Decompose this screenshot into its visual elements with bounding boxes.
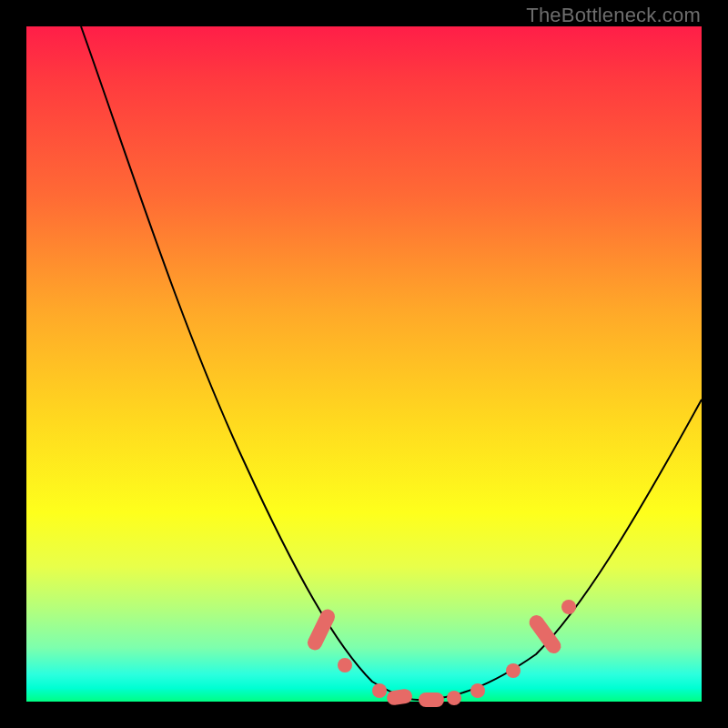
marker-left-lower bbox=[338, 658, 352, 672]
chart-frame: TheBottleneck.com bbox=[0, 0, 728, 728]
marker-bottom-3 bbox=[470, 683, 485, 698]
curve-left-branch bbox=[81, 26, 418, 700]
marker-right-cluster bbox=[526, 612, 563, 656]
marker-bottom-pill-2 bbox=[419, 693, 444, 707]
watermark-text: TheBottleneck.com bbox=[526, 4, 701, 27]
marker-right-lower bbox=[506, 663, 521, 678]
marker-bottom-2 bbox=[447, 691, 461, 705]
marker-group bbox=[305, 600, 576, 707]
bottleneck-curve bbox=[26, 26, 702, 702]
marker-bottom-1 bbox=[372, 683, 387, 698]
marker-right-upper bbox=[561, 600, 576, 614]
curve-right-branch bbox=[418, 399, 702, 700]
